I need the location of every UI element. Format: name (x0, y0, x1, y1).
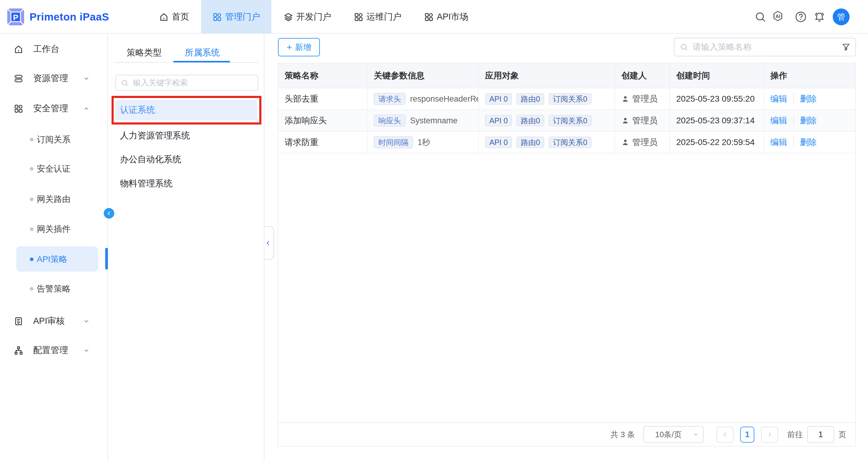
cell-key-params: 请求头 responseHeaderRe (368, 88, 479, 110)
system-item-auth-system[interactable]: 认证系统 (115, 100, 257, 120)
column-header-created-time: 创建时间 (670, 63, 764, 88)
action-divider (793, 137, 794, 148)
column-header-key-params: 关键参数信息 (368, 63, 479, 88)
delete-link[interactable]: 删除 (800, 115, 817, 126)
current-page-button[interactable]: 1 (740, 427, 754, 442)
bullet-icon (30, 197, 33, 201)
creator-name: 管理员 (632, 115, 657, 126)
add-policy-button[interactable]: + 新增 (278, 38, 320, 56)
param-tag: 响应头 (374, 115, 405, 127)
cell-created-time: 2025-05-23 09:37:14 (670, 110, 764, 131)
page-size-value: 10条/页 (644, 429, 693, 440)
policy-search-input[interactable] (692, 42, 837, 52)
user-icon (621, 95, 629, 103)
sidebar: 工作台 资源管理 安全管理 订阅关系 安全认证 网关路由 网关插件 API (0, 34, 108, 461)
system-item-label: 人力资源管理系统 (120, 130, 190, 142)
cell-key-params: 时间间隔 1秒 (368, 132, 479, 153)
system-item-oa-system[interactable]: 办公自动化系统 (115, 150, 257, 170)
sidebar-item-gateway-plugins[interactable]: 网关插件 (0, 219, 107, 239)
sitemap-icon (14, 346, 23, 355)
help-icon[interactable] (795, 11, 807, 23)
policy-filter-panel: 策略类型 所属系统 认证系统 人力资源管理系统 办公自动化系统 物料管理系统 (108, 34, 265, 461)
table-row: 请求防重 时间间隔 1秒 API 0 路由0 订阅关系0 管理员 2025-05… (278, 132, 855, 153)
plus-icon: + (287, 43, 292, 52)
sidebar-item-api-policy[interactable]: API策略 (0, 249, 107, 269)
cell-created-time: 2025-05-22 20:59:54 (670, 132, 764, 153)
system-item-material-system[interactable]: 物料管理系统 (115, 174, 257, 193)
brand-name: Primeton iPaaS (30, 11, 109, 23)
sidebar-item-security[interactable]: 安全管理 (0, 99, 107, 119)
svg-text:P: P (13, 13, 18, 22)
cell-creator: 管理员 (615, 132, 670, 153)
nav-label: 管理门户 (225, 11, 260, 23)
target-tag-subscription: 订阅关系0 (549, 136, 592, 148)
panel-collapse-handle[interactable] (265, 226, 274, 260)
sidebar-item-gateway-routes[interactable]: 网关路由 (0, 189, 107, 209)
delete-link[interactable]: 删除 (800, 136, 817, 148)
page-size-select[interactable]: 10条/页 (643, 426, 704, 443)
edit-link[interactable]: 编辑 (770, 136, 787, 148)
sidebar-item-label: 资源管理 (33, 72, 68, 85)
filter-funnel-icon[interactable] (841, 42, 850, 52)
grid-icon (424, 12, 434, 22)
prev-page-button[interactable] (716, 427, 734, 442)
ai-assistant-icon[interactable]: AI (772, 10, 784, 22)
delete-link[interactable]: 删除 (800, 93, 817, 104)
home-icon (159, 12, 168, 22)
user-avatar[interactable]: 管 (833, 8, 849, 25)
edit-link[interactable]: 编辑 (770, 93, 787, 104)
system-item-hr-system[interactable]: 人力资源管理系统 (115, 126, 257, 146)
action-divider (793, 116, 794, 126)
table-row: 头部去重 请求头 responseHeaderRe API 0 路由0 订阅关系… (278, 88, 855, 110)
sidebar-item-label: 安全管理 (33, 102, 68, 115)
sidebar-item-api-audit[interactable]: API审核 (0, 311, 107, 331)
grid-icon (213, 12, 222, 22)
cell-actions: 编辑 删除 (764, 110, 855, 131)
page-unit-label: 页 (838, 429, 846, 440)
target-tag-route: 路由0 (517, 136, 544, 148)
creator-name: 管理员 (632, 136, 657, 148)
cell-creator: 管理员 (615, 88, 670, 110)
sidebar-item-label: API审核 (33, 315, 65, 327)
nav-item-ops-portal[interactable]: 运维门户 (348, 0, 407, 34)
nav-label: 开发门户 (297, 11, 331, 23)
goto-page-input[interactable] (807, 426, 834, 443)
svg-text:AI: AI (775, 13, 780, 19)
cell-policy-name: 头部去重 (278, 88, 368, 110)
bullet-icon (30, 227, 33, 231)
nav-item-admin-portal[interactable]: 管理门户 (201, 0, 271, 34)
sidebar-item-security-auth[interactable]: 安全认证 (0, 159, 107, 179)
sidebar-item-subscriptions[interactable]: 订阅关系 (0, 130, 107, 150)
sidebar-subitem-label: 安全认证 (37, 163, 70, 175)
sidebar-item-resources[interactable]: 资源管理 (0, 68, 107, 88)
nav-item-dev-portal[interactable]: 开发门户 (278, 0, 337, 34)
notifications-bell-icon[interactable] (813, 11, 826, 23)
tab-policy-type[interactable]: 策略类型 (127, 46, 162, 60)
keyword-search-input[interactable] (133, 78, 258, 87)
tab-owning-system[interactable]: 所属系统 (185, 46, 220, 60)
pagination-bar: 共 3 条 10条/页 1 前往 页 (278, 422, 855, 446)
sidebar-item-workbench[interactable]: 工作台 (0, 39, 107, 59)
nav-item-home[interactable]: 首页 (152, 0, 196, 34)
column-header-apply-targets: 应用对象 (479, 63, 615, 88)
sidebar-item-config[interactable]: 配置管理 (0, 340, 107, 360)
search-icon[interactable] (754, 11, 766, 23)
sidebar-collapse-button[interactable] (104, 208, 114, 219)
user-icon (621, 139, 629, 146)
table-header-row: 策略名称 关键参数信息 应用对象 创建人 创建时间 操作 (278, 63, 855, 88)
cell-creator: 管理员 (615, 110, 670, 131)
nav-item-api-market[interactable]: API市场 (419, 0, 473, 34)
sidebar-item-alert-policy[interactable]: 告警策略 (0, 279, 107, 299)
edit-link[interactable]: 编辑 (770, 115, 787, 126)
cell-apply-targets: API 0 路由0 订阅关系0 (479, 110, 615, 131)
column-header-creator: 创建人 (615, 63, 670, 88)
next-page-button[interactable] (761, 427, 778, 442)
system-item-label: 认证系统 (120, 104, 155, 116)
chevron-down-icon (83, 318, 90, 325)
chevron-down-icon (83, 347, 90, 354)
search-icon (121, 79, 129, 87)
policy-search-box (674, 38, 856, 56)
sidebar-subitem-label: 网关路由 (37, 193, 70, 205)
bullet-icon (30, 287, 33, 290)
user-icon (621, 117, 629, 125)
